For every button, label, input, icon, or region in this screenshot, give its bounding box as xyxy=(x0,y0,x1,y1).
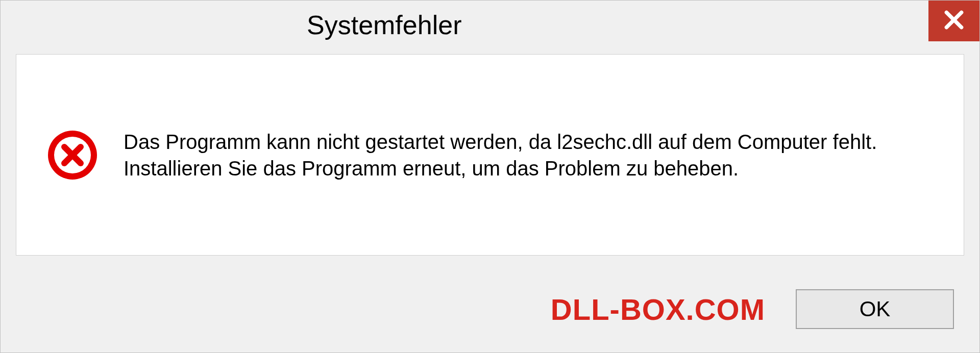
dialog-title: Systemfehler xyxy=(307,10,461,40)
watermark-text: DLL-BOX.COM xyxy=(551,292,765,326)
error-message: Das Programm kann nicht gestartet werden… xyxy=(124,129,933,182)
ok-button[interactable]: OK xyxy=(796,289,954,329)
error-dialog: Systemfehler Das Programm kann nicht ges… xyxy=(0,0,980,353)
content-panel: Das Programm kann nicht gestartet werden… xyxy=(16,54,964,256)
close-icon xyxy=(943,9,965,33)
titlebar: Systemfehler xyxy=(1,1,979,49)
error-icon xyxy=(47,130,98,181)
close-button[interactable] xyxy=(928,1,979,41)
dialog-footer: DLL-BOX.COM OK xyxy=(1,286,979,332)
